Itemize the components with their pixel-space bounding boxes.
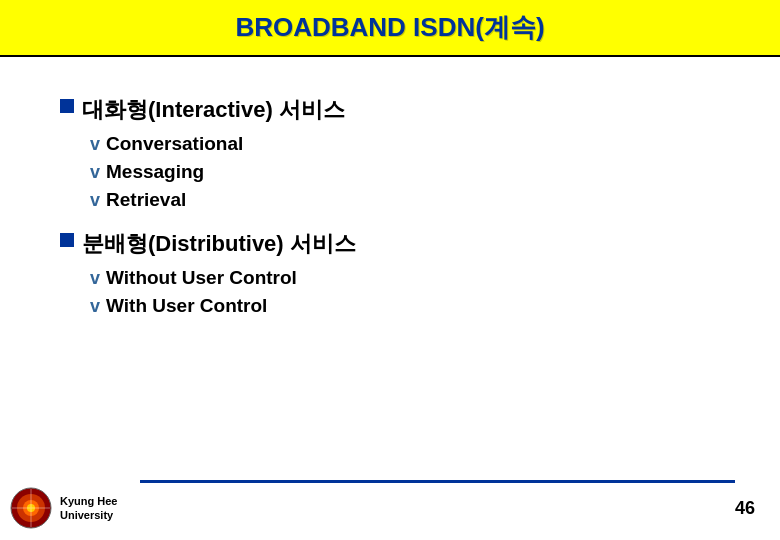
square-bullet-2 <box>60 233 74 247</box>
list-item: v Retrieval <box>90 189 720 211</box>
section-1-label: 대화형(Interactive) 서비스 <box>82 95 345 125</box>
footer-content: Kyung Hee University 46 <box>0 483 780 533</box>
university-logo: Kyung Hee University <box>10 487 117 529</box>
title-bar: BROADBAND ISDN(계속) <box>0 0 780 57</box>
list-item: v Messaging <box>90 161 720 183</box>
section-2-header: 분배형(Distributive) 서비스 <box>60 229 720 259</box>
page-number: 46 <box>735 498 755 519</box>
section-2-label: 분배형(Distributive) 서비스 <box>82 229 356 259</box>
diamond-icon-1c: v <box>90 190 100 211</box>
section-1-subitems: v Conversational v Messaging v Retrieval <box>90 133 720 211</box>
university-name: Kyung Hee University <box>60 494 117 523</box>
square-bullet-1 <box>60 99 74 113</box>
slide: BROADBAND ISDN(계속) 대화형(Interactive) 서비스 … <box>0 0 780 540</box>
list-item: v Without User Control <box>90 267 720 289</box>
content-area: 대화형(Interactive) 서비스 v Conversational v … <box>0 57 780 343</box>
subitem-1c: Retrieval <box>106 189 186 211</box>
section-1-header: 대화형(Interactive) 서비스 <box>60 95 720 125</box>
list-item: v With User Control <box>90 295 720 317</box>
diamond-icon-1a: v <box>90 134 100 155</box>
subitem-2b: With User Control <box>106 295 267 317</box>
subitem-2a: Without User Control <box>106 267 297 289</box>
diamond-icon-2b: v <box>90 296 100 317</box>
logo-emblem-icon <box>10 487 52 529</box>
subitem-1b: Messaging <box>106 161 204 183</box>
list-item: v Conversational <box>90 133 720 155</box>
subitem-1a: Conversational <box>106 133 243 155</box>
diamond-icon-2a: v <box>90 268 100 289</box>
slide-title: BROADBAND ISDN(계속) <box>235 12 544 42</box>
diamond-icon-1b: v <box>90 162 100 183</box>
footer: Kyung Hee University 46 <box>0 480 780 540</box>
section-2-subitems: v Without User Control v With User Contr… <box>90 267 720 317</box>
